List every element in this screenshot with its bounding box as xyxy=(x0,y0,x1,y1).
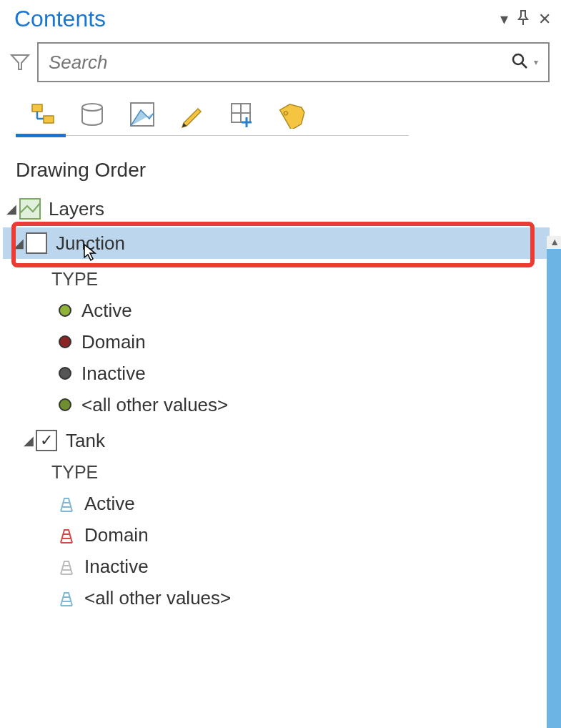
scrollbar-thumb[interactable] xyxy=(547,249,561,728)
symbol-row[interactable]: <all other values> xyxy=(0,582,561,614)
type-label: TYPE xyxy=(51,462,98,483)
symbol-label: Inactive xyxy=(81,363,146,385)
svg-point-0 xyxy=(513,54,523,64)
tank-symbol-icon xyxy=(59,557,74,576)
symbol-label: Inactive xyxy=(84,556,149,578)
list-by-selection-icon[interactable] xyxy=(127,99,157,129)
symbol-row[interactable]: Inactive xyxy=(0,551,561,582)
svg-point-6 xyxy=(82,104,102,111)
expand-arrow-icon[interactable]: ◢ xyxy=(11,235,26,251)
layer-visibility-checkbox[interactable] xyxy=(26,232,47,254)
map-frame-icon xyxy=(19,197,41,220)
scroll-up-icon[interactable]: ▲ xyxy=(550,236,560,247)
point-symbol-icon xyxy=(59,398,71,411)
symbology-heading: TYPE xyxy=(0,456,561,488)
symbol-row[interactable]: Domain xyxy=(0,326,561,358)
list-by-drawing-order-icon[interactable] xyxy=(27,99,57,129)
layer-label: Tank xyxy=(66,430,105,452)
filter-icon[interactable] xyxy=(10,52,30,72)
type-label: TYPE xyxy=(51,269,98,290)
symbol-row[interactable]: Domain xyxy=(0,519,561,551)
symbology-heading: TYPE xyxy=(0,263,561,295)
panel-controls: ▾ ✕ xyxy=(500,10,551,29)
symbol-row[interactable]: Active xyxy=(0,488,561,519)
symbol-row[interactable]: <all other values> xyxy=(0,389,561,420)
layer-junction[interactable]: ◢ Junction xyxy=(3,227,550,259)
svg-rect-2 xyxy=(32,104,42,112)
section-heading: Drawing Order xyxy=(0,136,561,193)
tree-root-layers[interactable]: ◢ Layers xyxy=(0,193,561,225)
panel-title: Contents xyxy=(14,6,106,32)
pin-icon[interactable] xyxy=(517,10,530,29)
tree-root-label: Layers xyxy=(49,198,104,220)
svg-rect-5 xyxy=(44,116,54,123)
view-toolbar xyxy=(0,87,561,129)
list-by-snapping-icon[interactable] xyxy=(227,99,257,129)
layer-label: Junction xyxy=(56,232,125,255)
point-symbol-icon xyxy=(59,304,71,317)
search-dropdown-icon[interactable]: ▾ xyxy=(534,57,538,67)
symbol-label: <all other values> xyxy=(81,394,228,416)
tank-symbol-icon xyxy=(59,526,74,544)
panel-header: Contents ▾ ✕ xyxy=(0,0,561,35)
symbol-label: Domain xyxy=(84,524,149,546)
tank-symbol-icon xyxy=(59,494,74,513)
symbol-label: Active xyxy=(84,493,135,515)
symbol-label: Active xyxy=(81,300,132,322)
svg-line-1 xyxy=(522,63,527,68)
symbol-label: Domain xyxy=(81,331,146,353)
search-box[interactable]: ▾ xyxy=(37,42,550,82)
close-icon[interactable]: ✕ xyxy=(538,11,551,27)
layer-tree: ◢ Layers ◢ Junction TYPE Active Domain I… xyxy=(0,193,561,614)
symbol-label: <all other values> xyxy=(84,587,231,609)
point-symbol-icon xyxy=(59,367,71,380)
list-by-labeling-icon[interactable] xyxy=(277,99,307,129)
search-row: ▾ xyxy=(0,35,561,87)
search-icon[interactable] xyxy=(511,52,528,72)
symbol-row[interactable]: Inactive xyxy=(0,358,561,389)
search-input[interactable] xyxy=(49,51,511,74)
expand-arrow-icon[interactable]: ◢ xyxy=(4,201,19,217)
expand-arrow-icon[interactable]: ◢ xyxy=(21,433,36,448)
layer-visibility-checkbox[interactable] xyxy=(36,430,57,451)
symbol-row[interactable]: Active xyxy=(0,295,561,326)
vertical-scrollbar[interactable]: ▲ xyxy=(547,236,561,728)
list-by-source-icon[interactable] xyxy=(77,99,107,129)
layer-tank[interactable]: ◢ Tank xyxy=(0,425,561,456)
list-by-editing-icon[interactable] xyxy=(177,99,207,129)
tank-symbol-icon xyxy=(59,589,74,607)
point-symbol-icon xyxy=(59,335,71,348)
dropdown-icon[interactable]: ▾ xyxy=(500,11,508,27)
